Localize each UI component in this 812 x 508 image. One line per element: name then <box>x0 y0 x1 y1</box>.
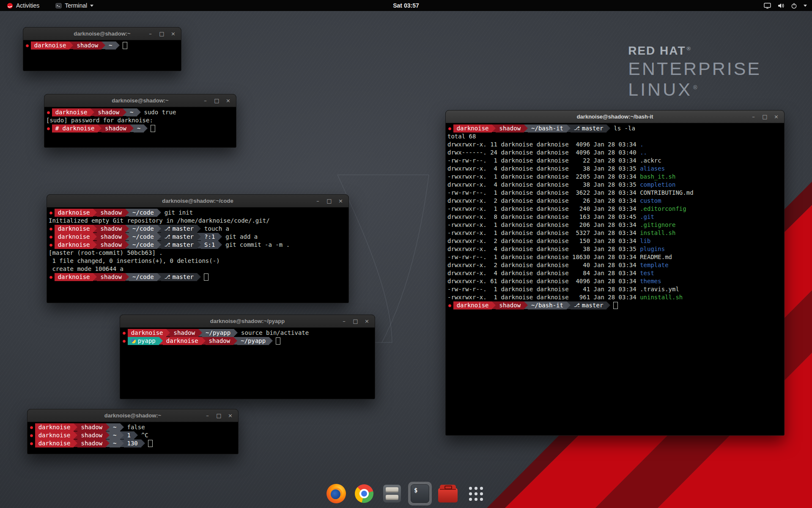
window-titlebar[interactable]: darknoise@shadow:~/bash-it–□× <box>446 110 784 123</box>
dock-item-chrome[interactable] <box>352 482 376 505</box>
window-titlebar[interactable]: darknoise@shadow:~–□× <box>44 94 236 107</box>
powerline-arrow <box>197 241 201 248</box>
terminal-content[interactable]: ●darknoiseshadow~false●darknoiseshadow~1… <box>27 422 238 454</box>
dock-item-files[interactable] <box>380 482 404 505</box>
prompt-segment-git: ⎇master <box>161 225 197 233</box>
output-text: [master (root-commit) 50bcb63] . <box>49 249 163 257</box>
powerline-arrow <box>157 241 161 248</box>
minimize-button[interactable]: – <box>204 412 211 419</box>
terminal-content[interactable]: ●darknoiseshadow~ <box>23 40 181 71</box>
segment-text: shadow <box>98 108 119 116</box>
prompt-segment-path: ~ <box>105 41 115 50</box>
close-button[interactable]: × <box>364 318 370 324</box>
segment-text: shadow <box>100 273 122 281</box>
terminal-line: drwxrwxr-x. 2 darknoise darknoise 40 Jan… <box>447 261 782 269</box>
ls-columns: drwxrwxr-x. 61 darknoise darknoise 4096 … <box>447 277 640 285</box>
segment-text: master <box>582 124 604 133</box>
system-menu[interactable] <box>764 0 812 11</box>
close-button[interactable]: × <box>170 30 176 37</box>
terminal-content[interactable]: ●darknoiseshadow~/codegit initInitialize… <box>47 207 348 303</box>
desktop[interactable]: RED HAT® ENTERPRISE LINUX® darknoise@sha… <box>0 0 812 508</box>
ls-columns: -rw-rw-r--. 1 darknoise darknoise 3622 J… <box>447 189 640 197</box>
prompt-segment-user: darknoise <box>453 124 492 133</box>
segment-text: shadow <box>105 124 126 133</box>
prompt-segment-host: shadow <box>496 301 524 309</box>
powerline-arrow <box>606 301 610 309</box>
ls-columns: -rwxrwxr-x. 1 darknoise darknoise 2205 J… <box>447 173 640 181</box>
prompt-segment-user: darknoise <box>55 225 93 233</box>
ls-filename: install.sh <box>640 229 675 237</box>
terminal-cursor <box>204 273 208 281</box>
maximize-button[interactable]: □ <box>326 198 332 204</box>
output-text: 1 file changed, 0 insertions(+), 0 delet… <box>49 257 220 265</box>
ls-filename: test <box>640 269 654 277</box>
powerline-arrow <box>125 241 129 248</box>
minimize-button[interactable]: – <box>147 30 154 37</box>
powerline-arrow <box>123 108 126 116</box>
maximize-button[interactable]: □ <box>214 97 220 104</box>
topbar: Activities Terminal Sat 03:57 <box>0 0 812 11</box>
window-titlebar[interactable]: darknoise@shadow:~/pyapp–□× <box>120 315 375 328</box>
command-text: ^C <box>141 431 148 439</box>
maximize-button[interactable]: □ <box>216 412 222 419</box>
powerline-arrow <box>157 225 161 232</box>
dock-item-terminal[interactable]: $ <box>408 482 432 505</box>
close-button[interactable]: × <box>225 97 231 104</box>
close-button[interactable]: × <box>337 198 344 204</box>
minimize-button[interactable]: – <box>202 97 208 104</box>
ls-columns: -rwxrwxr-x. 1 darknoise darknoise 240 Ja… <box>447 205 640 213</box>
terminal-line: drwxrwxr-x. 61 darknoise darknoise 4096 … <box>447 277 782 285</box>
activities-button[interactable]: Activities <box>4 0 42 11</box>
terminal-content[interactable]: ●darknoiseshadow~/bash-it⎇masterls -lato… <box>446 123 784 435</box>
window-titlebar[interactable]: darknoise@shadow:~–□× <box>27 409 238 422</box>
distro-icon: ● <box>29 423 35 431</box>
close-button[interactable]: × <box>773 113 779 120</box>
terminal-content[interactable]: ●darknoiseshadow~sudo true[sudo] passwor… <box>44 107 236 147</box>
minimize-button[interactable]: – <box>341 318 347 324</box>
dock-item-toolbox[interactable] <box>436 482 460 505</box>
prompt-segment-host: shadow <box>94 108 123 116</box>
terminal-content[interactable]: ●darknoiseshadow~/pyappsource bin/activa… <box>120 328 375 399</box>
powerline-arrow <box>134 431 138 439</box>
powerline-arrow <box>120 423 124 431</box>
terminal-app-icon <box>55 3 62 9</box>
minimize-button[interactable]: – <box>315 198 321 204</box>
window-buttons: –□× <box>202 97 236 104</box>
output-text: Initialized empty Git repository in /hom… <box>49 217 270 225</box>
terminal-line: drwx------. 24 darknoise darknoise 4096 … <box>447 149 782 157</box>
segment-text: darknoise <box>166 337 198 345</box>
terminal-window-pyapp: darknoise@shadow:~/pyapp–□×●darknoisesha… <box>120 315 375 399</box>
close-button[interactable]: × <box>227 412 233 419</box>
prompt-segment-host: shadow <box>206 337 234 345</box>
window-titlebar[interactable]: darknoise@shadow:~–□× <box>23 28 181 40</box>
terminal-line: ●# darknoiseshadow~ <box>46 124 234 133</box>
window-titlebar[interactable]: darknoise@shadow:~/code–□× <box>47 195 348 207</box>
ls-filename: .gitignore <box>640 221 675 229</box>
ls-filename: .git <box>640 213 654 221</box>
volume-icon <box>777 3 785 9</box>
prompt-segment-path: ~/bash-it <box>528 124 567 133</box>
powerline-arrow <box>197 273 201 281</box>
terminal-line: ●darknoiseshadow~1^C <box>29 431 236 439</box>
maximize-button[interactable]: □ <box>159 30 165 37</box>
distro-icon: ● <box>46 108 52 116</box>
minimize-button[interactable]: – <box>750 113 757 120</box>
segment-text: darknoise <box>55 108 88 116</box>
segment-text: 130 <box>127 439 138 447</box>
dock-item-firefox[interactable] <box>324 482 348 505</box>
clock[interactable]: Sat 03:57 <box>0 2 812 9</box>
dock-item-appgrid[interactable] <box>464 482 488 505</box>
app-menu-label: Terminal <box>65 2 87 9</box>
terminal-cursor <box>613 302 618 309</box>
prompt-segment-user: darknoise <box>35 423 74 431</box>
segment-text: ~ <box>137 124 140 133</box>
prompt-segment-git: ⎇master <box>161 273 197 281</box>
ls-columns: -rw-rw-r--. 1 darknoise darknoise 41 Jan… <box>447 285 640 293</box>
segment-text: pyapp <box>138 337 156 345</box>
app-menu[interactable]: Terminal <box>53 0 96 11</box>
maximize-button[interactable]: □ <box>762 113 768 120</box>
power-icon <box>791 3 797 9</box>
firefox-icon <box>326 484 346 503</box>
segment-text: master <box>172 241 194 249</box>
maximize-button[interactable]: □ <box>352 318 359 324</box>
